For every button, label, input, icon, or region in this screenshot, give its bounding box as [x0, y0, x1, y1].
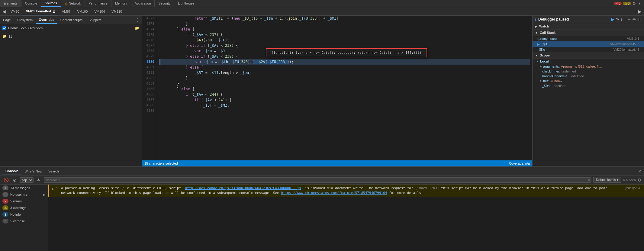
file-tab-vm104[interactable]: VM104: [91, 7, 108, 15]
tab-performance[interactable]: Performance: [85, 0, 111, 7]
tab-nav-back-button[interactable]: ◀: [1, 9, 7, 14]
console-toolbar: 🚫 ⊘ top 👁 ✕ Default levels ▾ 6 hidden ⚙: [0, 175, 644, 185]
scope-prop-checktimer: checkTimer: undefined: [533, 69, 644, 74]
scope-expand-icon-this: ▶: [540, 79, 542, 83]
filter-user-expand-icon: ▶: [43, 193, 46, 196]
callstack-item-a3[interactable]: ▶ _$A3 VM20:formatted:4580: [533, 41, 644, 47]
console-tab-search[interactable]: Search: [45, 167, 62, 175]
selected-chars: 15 characters selected: [144, 162, 178, 165]
filter-user-messages[interactable]: No user me... ▶: [0, 191, 48, 198]
file-tab-vm20[interactable]: VM20: [8, 7, 22, 15]
resume-button[interactable]: ▶: [611, 17, 614, 22]
watch-header[interactable]: ▶ Watch: [533, 23, 644, 30]
filter-user-label: No user me...: [10, 193, 30, 196]
scope-prop-name-0d: _$0d:: [542, 84, 551, 88]
tab-application[interactable]: Application: [131, 0, 155, 7]
scope-section: ▼ Scope ▼ Local ▶ arguments: Arguments […: [533, 52, 644, 88]
console-settings-button[interactable]: ⚙: [638, 178, 642, 182]
close-tab-icon[interactable]: ✕: [53, 9, 55, 13]
filter-warnings[interactable]: ⚠ 3 warnings: [0, 204, 48, 211]
tab-network[interactable]: ⚠ Network: [61, 0, 85, 7]
tab-console[interactable]: Console: [21, 0, 41, 7]
line-numbers: 4572 4573 4574 4575 4576 4577 4578 4579 …: [142, 16, 157, 160]
code-status-bar: 15 characters selected Coverage: n/a: [142, 160, 532, 166]
code-content[interactable]: return _$MZ[1] + (new _$J_(16 - _$$n + 1…: [157, 16, 532, 160]
filter-verbose[interactable]: ≡ 5 verbose: [0, 218, 48, 224]
tab-memory[interactable]: Memory: [111, 0, 131, 7]
tab-content-scripts[interactable]: Content scripts: [57, 16, 85, 24]
folder-item-11[interactable]: 📁 11: [0, 34, 142, 39]
code-editor[interactable]: 4572 4573 4574 4575 4576 4577 4578 4579 …: [142, 16, 532, 160]
console-tab-bar: Console What's New Search ✕: [0, 167, 644, 175]
step-into-button[interactable]: ↓: [620, 17, 623, 22]
tab-lighthouse[interactable]: Lighthouse: [174, 0, 198, 7]
enable-overrides-checkbox[interactable]: [2, 26, 6, 30]
folder-icon: 📁: [2, 34, 7, 38]
tab-page[interactable]: Page: [0, 16, 14, 24]
file-tab-vm110[interactable]: VM110: [108, 7, 125, 15]
console-filter-input[interactable]: [44, 177, 591, 183]
callstack-item-anonymous[interactable]: (anonymous) VM110:1: [533, 36, 644, 41]
step-button[interactable]: →: [627, 17, 631, 22]
filter-errors[interactable]: ✕ 5 errors: [0, 198, 48, 204]
scope-prop-handlecandidate: handleCandidate: undefined: [533, 74, 644, 79]
file-tabs-bar: ◀ VM20 VM20:formatted ✕ VM87 VM100 VM104…: [0, 7, 644, 16]
file-tab-vm20formatted[interactable]: VM20:formatted ✕: [23, 7, 58, 15]
pause-exceptions-button[interactable]: ⏸: [637, 17, 642, 22]
tab-security[interactable]: Security: [155, 0, 174, 7]
step-out-button[interactable]: ↑: [624, 17, 626, 22]
tab-elements[interactable]: Elements: [0, 0, 21, 7]
warn-link-chromestatus[interactable]: https://www.chromestatus.com/feature/571…: [281, 191, 387, 195]
callstack-item-ke[interactable]: _$Ke VM20:formatted:43: [533, 47, 644, 52]
scope-local-arrow-icon: ▼: [536, 60, 539, 63]
left-panel-more-button[interactable]: ⋮: [133, 18, 142, 22]
scope-prop-this[interactable]: ▶ this: Window: [533, 79, 644, 83]
console-tab-console[interactable]: Console: [2, 167, 21, 175]
file-tab-vm87[interactable]: VM87: [59, 7, 74, 15]
clear-console-button[interactable]: 🚫: [2, 178, 10, 182]
file-tree: 📁 11: [0, 32, 142, 166]
settings-button[interactable]: ⚙: [632, 1, 636, 6]
callstack-header[interactable]: ▼ Call Stack: [533, 30, 644, 36]
callstack-func-ke: _$Ke: [537, 48, 613, 51]
bottom-console: Console What's New Search ✕ 🚫 ⊘ top 👁 ✕ …: [0, 166, 644, 251]
more-options-button[interactable]: ⋮: [637, 1, 642, 6]
tab-sources[interactable]: Sources: [41, 0, 61, 7]
code-line-4588: _$5T = _$MZ;: [159, 103, 530, 108]
scope-prop-val-arguments: Arguments [513, callee: f,…: [561, 65, 602, 68]
callstack-loc-anonymous: VM110:1: [627, 37, 639, 40]
callstack-loc-ke: VM20:formatted:43: [613, 48, 639, 51]
code-line-4577: } else if (_$Av < 238) {: [159, 43, 530, 48]
scope-header[interactable]: ▼ Scope: [533, 52, 644, 59]
scope-local-header[interactable]: ▼ Local: [533, 59, 644, 64]
warn-expand-icon[interactable]: ▶: [52, 186, 54, 191]
filter-info-icon: ℹ: [2, 212, 8, 217]
filter-all-messages[interactable]: ≡ 13 messages: [0, 185, 48, 191]
clear-filter-icon[interactable]: ✕: [587, 178, 590, 182]
tab-nav-more-button[interactable]: ▶: [637, 9, 643, 14]
scope-prop-arguments[interactable]: ▶ arguments: Arguments [513, callee: f,…: [533, 64, 644, 69]
watch-label: Watch: [539, 24, 549, 28]
filter-verbose-label: 5 verbose: [10, 219, 25, 223]
console-filter-sidebar: ≡ 13 messages No user me... ▶ ✕ 5 errors…: [0, 185, 48, 251]
warn-link-dcs[interactable]: http://dcs.conac.cn/js/33/000/0000/60412…: [185, 186, 301, 190]
top-tab-bar: Elements Console Sources ⚠ Network Perfo…: [0, 0, 644, 7]
file-tab-vm100[interactable]: VM100: [74, 7, 91, 15]
console-tab-whatsnew[interactable]: What's New: [21, 167, 45, 175]
warn-message-icon: ⚠: [55, 186, 59, 191]
console-body: ≡ 13 messages No user me... ▶ ✕ 5 errors…: [0, 185, 644, 251]
tab-overrides[interactable]: Overrides: [36, 16, 57, 24]
step-over-button[interactable]: ↷: [616, 17, 619, 22]
close-console-button[interactable]: ✕: [638, 169, 642, 174]
tab-filesystem[interactable]: Filesystem: [14, 16, 36, 24]
show-live-expressions-button[interactable]: 👁: [35, 178, 42, 182]
tab-snippets[interactable]: Snippets: [85, 16, 105, 24]
deactivate-breakpoints-button[interactable]: ✏: [633, 17, 636, 22]
code-line-4575: if (_$Av < 237) {: [159, 32, 530, 37]
callstack-label: Call Stack: [540, 31, 556, 34]
context-selector[interactable]: top: [20, 177, 34, 183]
code-line-4585: } else {: [159, 86, 530, 92]
filter-levels-button[interactable]: Default levels ▾: [593, 177, 621, 183]
filter-info[interactable]: ℹ No info: [0, 211, 48, 218]
toggle-filter-button[interactable]: ⊘: [12, 178, 18, 182]
